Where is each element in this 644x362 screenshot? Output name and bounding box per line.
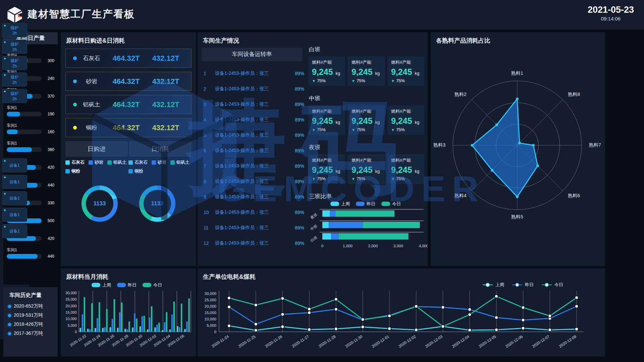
triangle-down-icon: ▼ [352,128,355,132]
equipment-row[interactable]: 11设备1-2453-操作员：张三89% [202,220,304,236]
equipment-row-label: 设备1-2453-操作员：张三 [215,117,290,123]
runtime-card[interactable]: 煤炉2h [2,23,27,37]
svg-text:熟料8: 熟料8 [568,92,580,97]
equipment-row[interactable]: 3设备1-2453-操作员：张三89% [202,97,304,112]
equipment-row[interactable]: 6设备1-2453-操作员：张三89% [202,143,304,158]
legend-item-lastweek[interactable]: 上周 [330,201,350,206]
svg-text:2020-11-30: 2020-11-30 [344,334,363,349]
clock: 2021-05-23 09:14:06 [588,5,634,21]
runtime-card[interactable]: 煤炉2h [2,40,27,54]
maintain-card[interactable]: 设备1 [2,175,27,189]
material-name: 石灰石 [77,54,106,62]
ratio-bar-上周 [322,233,331,240]
legend-item[interactable]: 铜粉 [128,168,143,174]
equipment-row[interactable]: 5设备1-2453-操作员：张三89% [202,127,304,143]
material-purchase-value: 464.32T [106,100,146,109]
legend-item[interactable]: 铝矾土 [107,159,126,165]
svg-text:熟料2: 熟料2 [454,92,467,97]
legend-item-lastweek[interactable]: 上周 [483,282,504,287]
bar-上周 [110,327,111,332]
maintain-card[interactable]: 设备1 [2,208,27,222]
runtime-name: 煤炉 [11,58,19,64]
legend-item-yesterday[interactable]: 昨日 [356,201,375,206]
equipment-row[interactable]: 7设备1-2453-操作员：张三89% [202,158,304,174]
legend-swatch [89,160,93,165]
daily-value: 500 [48,218,54,223]
daily-output-item: 车间1440 [7,247,54,265]
equipment-row[interactable]: 12设备1-2453-操作员：张三89% [202,236,304,251]
fuel-capacity-card[interactable]: 燃料#产能9,245kg▼75% [387,105,424,135]
legend-item-today[interactable]: 今日 [542,282,563,287]
tab-daily-purchase[interactable]: 日购进 [65,141,128,157]
legend-item[interactable]: 铝矾土 [170,159,190,165]
svg-text:3,000: 3,000 [393,244,403,248]
fuel-capacity-card[interactable]: 燃料#产能9,245kg▼75% [348,154,385,184]
legend-swatch [128,160,133,165]
ratio-bar-今日 [363,222,420,228]
legend-item-today[interactable]: 今日 [381,201,401,206]
bar-昨日 [164,322,165,332]
shift-section: 中班燃料#产能9,245kg▼75%燃料#产能9,245kg▼75%燃料#产能9… [308,95,426,135]
status-dot-icon [4,226,6,227]
maintain-card[interactable]: 设备1 [2,158,27,172]
runtime-name: 煤炉 [11,91,19,97]
runtime-card[interactable]: 煤炉2h [2,72,27,87]
fuel-capacity-card[interactable]: 燃料#产能9,245kg▼75% [387,154,424,184]
card-label: 燃料#产能 [391,108,424,114]
legend-item[interactable]: 石灰石 [65,159,85,165]
equipment-row[interactable]: 2设备1-2453-操作员：张三89% [202,81,304,97]
bar-上周 [117,328,119,332]
equipment-row-index: 8 [202,179,215,184]
legend-item-today[interactable]: 今日 [143,282,162,288]
equipment-row[interactable]: 4设备1-2453-操作员：张三89% [202,112,304,127]
legend-item-lastweek[interactable]: 上周 [92,282,111,288]
ratio-bar-今日 [339,233,409,240]
material-name: 铝矾土 [77,101,106,108]
daily-value: 370 [48,94,54,99]
equipment-row[interactable]: 1设备1-2453-操作员：张三89% [202,66,304,81]
card-unit: kg [375,71,380,76]
workshop-label: 车间1 [7,105,54,111]
maintain-card[interactable]: 设备1 [2,191,27,205]
bar-昨日 [112,319,113,332]
legend-swatch [152,160,156,165]
triangle-down-icon: ▼ [312,79,316,83]
equipment-row-rate: 89% [290,194,304,200]
legend-item[interactable]: 砂岩 [152,159,166,165]
runtime-card[interactable]: 煤炉2h [2,89,27,103]
material-legend: 石灰石砂岩铝矾土铜粉 [65,159,128,174]
legend-item[interactable]: 砂岩 [89,159,103,165]
panel-power-coal: 生产单位电耗&煤耗 上周昨日今日05,00010,00015,00020,000… [198,268,605,357]
equipment-row[interactable]: 9设备1-2453-操作员：张三89% [202,189,304,205]
maintain-card[interactable]: 设备1 [2,224,27,238]
legend-item[interactable]: 铜粉 [65,168,80,174]
fuel-capacity-card[interactable]: 燃料#产能9,245kg▼75% [387,56,424,86]
tab-daily-consume[interactable]: 日消耗 [129,141,192,157]
fuel-capacity-card[interactable]: 燃料#产能9,245kg▼75% [348,56,385,86]
bar-昨日 [82,314,84,332]
equipment-row-index: 5 [202,133,215,138]
status-dot-icon [4,25,6,27]
equipment-row-rate: 89% [290,71,304,76]
equipment-row-label: 设备1-2453-操作员：张三 [215,163,290,169]
equipment-row[interactable]: 8设备1-2453-操作员：张三89% [202,174,304,189]
legend-item[interactable]: 石灰石 [128,159,148,165]
fuel-capacity-card[interactable]: 燃料#产能9,245kg▼75% [348,105,385,135]
fuel-capacity-card[interactable]: 燃料#产能9,245kg▼75% [308,154,345,184]
history-label: 2017-367万吨 [14,330,43,337]
bar-上周 [177,326,178,332]
shift-cards: 燃料#产能9,245kg▼75%燃料#产能9,245kg▼75%燃料#产能9,2… [308,105,426,135]
equipment-row-rate: 89% [290,225,304,230]
card-label: 燃料#产能 [391,157,424,163]
ratio-bar-上周 [322,210,330,217]
runtime-card[interactable]: 煤炉2h [2,56,27,70]
bar-今日 [91,303,93,332]
legend-item-yesterday[interactable]: 昨日 [117,282,137,288]
equipment-row[interactable]: 10设备1-2453-操作员：张三89% [202,205,304,220]
legend-item-yesterday[interactable]: 昨日 [512,282,534,287]
daily-value: 420 [48,165,54,170]
card-label: 燃料#产能 [312,108,345,114]
fuel-capacity-card[interactable]: 燃料#产能9,245kg▼75% [308,56,345,86]
equipment-row-index: 9 [202,194,215,200]
fuel-capacity-card[interactable]: 燃料#产能9,245kg▼75% [308,105,345,135]
